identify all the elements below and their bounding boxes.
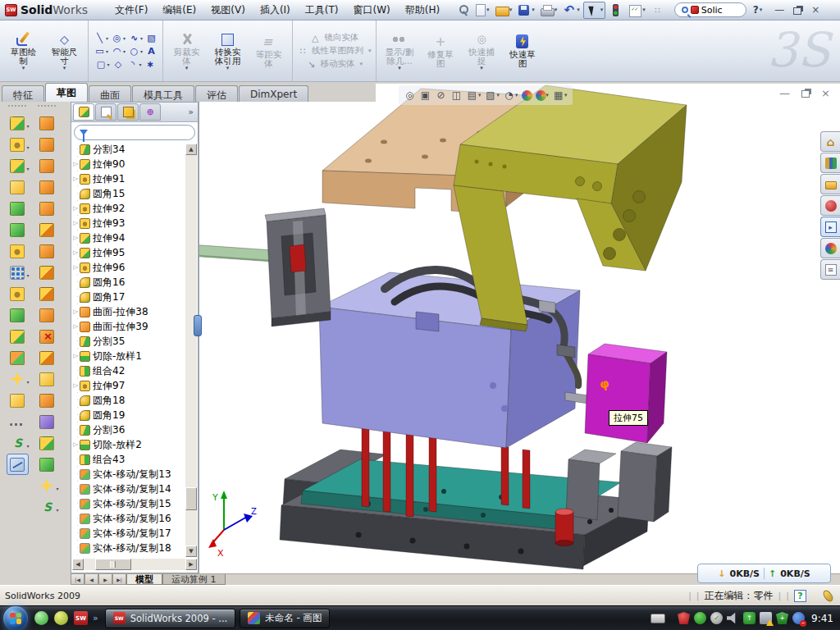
dropdown-caret[interactable]: ▾ <box>577 7 580 13</box>
tree-item-拉伸93[interactable]: ▷拉伸93 <box>71 216 198 231</box>
surface-swept-surface-button[interactable] <box>36 155 58 176</box>
feature-combine-bodies-button[interactable] <box>7 283 29 304</box>
dropdown-caret[interactable]: ▾ <box>26 379 29 385</box>
surface-boundary-surface-button[interactable] <box>36 198 58 219</box>
tray-volume-icon[interactable] <box>727 612 739 624</box>
rectangle-tool[interactable]: ▭▾ <box>93 45 109 57</box>
dropdown-caret[interactable]: ▾ <box>106 35 108 41</box>
menu-item-4[interactable]: 工具(T) <box>298 1 346 20</box>
expand-arrow[interactable]: ▷ <box>71 353 80 359</box>
tree-item-分割36[interactable]: 分割36 <box>71 422 198 437</box>
tree-horizontal-scrollbar[interactable]: ◀ ▶ <box>72 559 197 570</box>
tree-item-实体-移动/复制16[interactable]: 实体-移动/复制16 <box>71 511 198 526</box>
hide-show-items-button[interactable]: ◔▾ <box>503 89 518 102</box>
taskbar-window-paint[interactable]: 未命名 - 画图 <box>240 609 330 628</box>
toolbar-grip[interactable] <box>38 105 56 110</box>
surface-extruded-surface-button[interactable] <box>36 112 58 134</box>
dropdown-caret[interactable]: ▾ <box>555 7 558 13</box>
tree-item-圆角17[interactable]: 圆角17 <box>71 290 198 304</box>
surface-extend-surface-button[interactable] <box>36 390 58 411</box>
slot-tool[interactable]: ▢▾ <box>94 58 111 71</box>
tray-keyboard-layout-icon[interactable] <box>651 614 665 623</box>
menu-item-3[interactable]: 插入(I) <box>253 1 298 20</box>
tree-item-圆角16[interactable]: 圆角16 <box>71 275 198 290</box>
line-tool[interactable]: ╲▾ <box>93 32 109 44</box>
sketch-fillet-tool[interactable]: ◝▾ <box>126 58 143 71</box>
doc-nav-button-3[interactable]: ▶| <box>112 574 126 585</box>
quicklaunch-antivirus-ball-icon[interactable] <box>54 611 68 625</box>
ribbon-tab-模具工具[interactable]: 模具工具 <box>132 85 194 102</box>
feature-swept-boss-button[interactable] <box>7 176 29 198</box>
ribbon-tab-特征[interactable]: 特征 <box>2 85 44 102</box>
search-scope-icon[interactable] <box>691 6 699 14</box>
dropdown-caret[interactable]: ▾ <box>760 7 763 13</box>
tag-icon[interactable] <box>822 588 835 602</box>
tree-item-实体-移动/复制17[interactable]: 实体-移动/复制17 <box>71 526 198 541</box>
save-button[interactable]: ▾ <box>515 2 536 18</box>
dropdown-caret[interactable]: ▾ <box>515 92 518 98</box>
dropdown-caret[interactable]: ▾ <box>106 48 108 54</box>
dropdown-caret[interactable]: ▾ <box>140 48 143 54</box>
tree-item-拉伸96[interactable]: ▷拉伸96 <box>71 260 198 275</box>
ribbon-tab-草图[interactable]: 草图 <box>45 83 88 102</box>
tree-item-圆角19[interactable]: 圆角19 <box>71 408 198 422</box>
dropdown-caret[interactable]: ▾ <box>360 61 363 67</box>
base-plates[interactable] <box>280 442 672 569</box>
doc-nav-button-1[interactable]: ◀ <box>84 574 98 585</box>
ribbon-tab-曲面[interactable]: 曲面 <box>89 85 131 102</box>
tree-vertical-scrollbar[interactable]: ▲ ▼ <box>185 144 197 557</box>
surface-knit-surface-button[interactable] <box>36 262 58 283</box>
spline-tool[interactable]: ∿▾ <box>127 32 144 44</box>
select-region-tool[interactable]: ▧ <box>144 32 158 44</box>
dropdown-caret[interactable]: ▾ <box>480 66 483 71</box>
cavity-block[interactable] <box>319 272 580 448</box>
taskbar-window-solidworks[interactable]: SWSolidWorks 2009 - ... <box>105 609 236 628</box>
quick-launch-overflow[interactable]: » <box>93 613 98 623</box>
point-tool[interactable]: ∗ <box>144 58 158 71</box>
dropdown-caret[interactable]: ▾ <box>139 62 142 67</box>
feature-extruded-boss-button[interactable]: ▾ <box>7 112 29 134</box>
linear-sketch-pattern-button[interactable]: ∷线性草图阵列▾ <box>297 45 372 57</box>
scroll-right-button[interactable]: ▶ <box>185 559 197 570</box>
dropdown-caret[interactable]: ▾ <box>185 66 189 71</box>
panel-tab-featuremanager-tree[interactable] <box>73 103 94 121</box>
search-input[interactable] <box>701 5 739 16</box>
tree-item-分割35[interactable]: 分割35 <box>71 334 198 349</box>
dropdown-caret[interactable]: ▾ <box>478 92 482 98</box>
tray-defender-shield-icon[interactable]: + <box>776 612 788 624</box>
quick-snaps-button[interactable]: 快速捕捉▾ <box>463 30 501 73</box>
menu-item-1[interactable]: 编辑(E) <box>155 1 203 20</box>
feature-linear-pattern-button[interactable]: ▾ <box>7 262 29 283</box>
menu-item-0[interactable]: 文件(F) <box>107 1 155 20</box>
repair-sketch-button[interactable]: 修复草图 <box>422 32 460 70</box>
surface-delete-face-button[interactable] <box>36 326 58 347</box>
tree-item-拉伸95[interactable]: ▷拉伸95 <box>71 245 198 260</box>
dropdown-caret[interactable]: ▾ <box>140 35 143 41</box>
feature-hole-wizard-button[interactable] <box>7 240 29 262</box>
surface-surface-fillet-button[interactable] <box>36 432 58 454</box>
undo-button[interactable]: ↶▾ <box>560 2 582 18</box>
surface-trim-surface-button[interactable] <box>36 411 58 432</box>
surface-lofted-surface-button[interactable] <box>36 176 58 198</box>
tree-item-组合43[interactable]: 组合43 <box>71 452 198 467</box>
surface-revolved-surface-button[interactable] <box>36 134 58 155</box>
polygon-tool[interactable]: ◇ <box>112 58 126 71</box>
feature-reference-geometry-button[interactable]: ▾ <box>7 368 29 390</box>
magnified-selection-button[interactable]: ⊘ <box>435 89 447 102</box>
dropdown-caret[interactable]: ▾ <box>123 48 126 54</box>
overflow-button[interactable]: ∷ <box>649 2 666 18</box>
feature-shell-button[interactable] <box>7 198 29 219</box>
dropdown-caret[interactable]: ▾ <box>368 48 372 54</box>
quicklaunch-messenger-icon[interactable] <box>34 611 48 625</box>
dropdown-caret[interactable]: ▾ <box>26 272 29 278</box>
surface-fillet-surface-button[interactable] <box>36 304 58 326</box>
expand-arrow[interactable]: ▷ <box>71 176 80 182</box>
feature-axis-button[interactable] <box>7 411 29 432</box>
ribbon-tab-DimXpert[interactable]: DimXpert <box>239 85 308 102</box>
tray-upload-agent-icon[interactable]: ↑ <box>743 612 756 624</box>
expand-arrow[interactable]: ▷ <box>71 264 80 271</box>
surface-untrim-surface-button[interactable] <box>36 368 58 390</box>
dropdown-caret[interactable]: ▾ <box>564 92 568 98</box>
quick-tips-icon[interactable]: ? <box>794 590 806 602</box>
expand-arrow[interactable]: ▷ <box>71 220 80 226</box>
